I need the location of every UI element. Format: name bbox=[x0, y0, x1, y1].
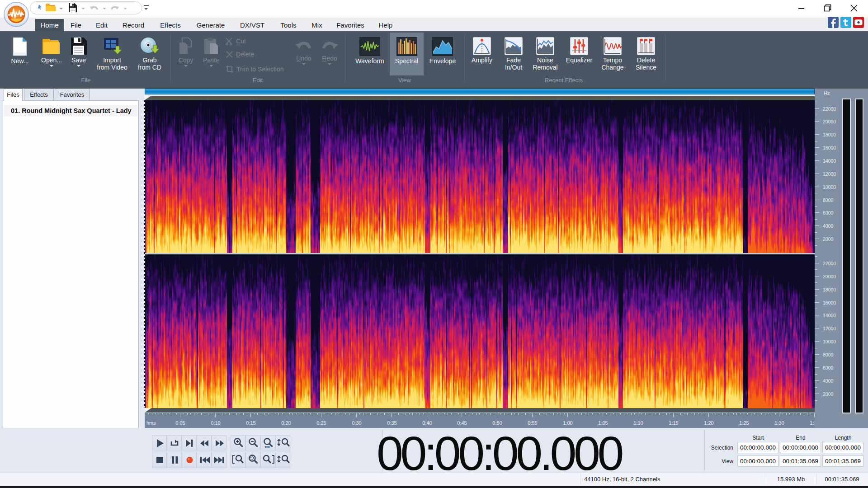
svg-text:100: 100 bbox=[264, 446, 270, 449]
